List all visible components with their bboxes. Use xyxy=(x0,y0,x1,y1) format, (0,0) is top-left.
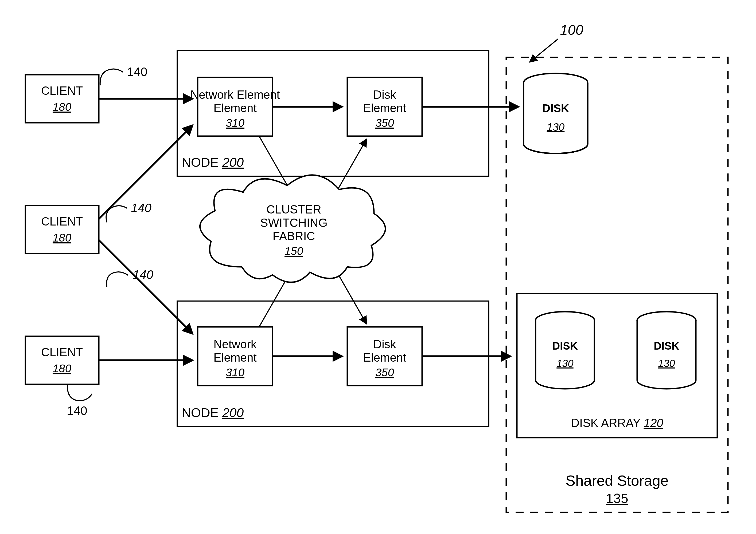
disk-1-label: DISK xyxy=(542,102,569,114)
node-2-network-element: Network Element 310 xyxy=(198,327,273,386)
client-1-ref: 180 xyxy=(53,101,71,113)
conn-ref-4: 140 xyxy=(67,404,87,418)
disk-2-ref: 130 xyxy=(556,358,573,369)
figure-ref: 100 xyxy=(530,22,583,62)
conn-ref-3: 140 xyxy=(133,268,153,282)
client-3: CLIENT 180 xyxy=(25,336,99,384)
fabric-line3: FABRIC xyxy=(273,230,315,242)
svg-text:Element: Element xyxy=(213,101,256,114)
shared-storage-ref: 135 xyxy=(606,491,628,506)
node-1-network-element: Network Element Element 310 xyxy=(190,77,280,136)
svg-rect-13 xyxy=(25,75,99,123)
svg-text:Network: Network xyxy=(213,338,257,351)
svg-text:Element: Element xyxy=(363,101,406,114)
cluster-fabric: CLUSTER SWITCHING FABRIC 150 xyxy=(200,175,385,282)
conn-curve-3 xyxy=(107,272,128,287)
disk-3-label: DISK xyxy=(654,340,679,352)
node-2-ne-ref: 310 xyxy=(226,366,245,379)
node-1-ne-label-1: Network Element xyxy=(190,88,280,101)
conn-curve-1 xyxy=(100,69,123,86)
node-1-de-ref: 350 xyxy=(375,116,394,129)
svg-text:Disk: Disk xyxy=(373,88,396,101)
disk-1-ref: 130 xyxy=(547,121,565,133)
svg-text:Element: Element xyxy=(213,351,256,364)
conn-curve-4 xyxy=(67,384,92,400)
client-3-label: CLIENT xyxy=(41,345,83,359)
conn-ref-1: 140 xyxy=(127,65,148,79)
client-2-label: CLIENT xyxy=(41,215,83,228)
client-2-ref: 180 xyxy=(53,231,71,244)
disk-array-label: DISK ARRAY 120 xyxy=(571,416,663,429)
architecture-diagram: 100 Shared Storage 135 NODE 200 Network … xyxy=(0,0,756,534)
disk-1: DISK 130 xyxy=(524,73,588,153)
disk-3-ref: 130 xyxy=(658,358,675,369)
svg-text:Disk: Disk xyxy=(373,338,396,351)
disk-3: DISK 130 xyxy=(637,312,696,389)
client-2: CLIENT 180 xyxy=(25,206,99,254)
disk-2: DISK 130 xyxy=(536,312,594,389)
arrow-client2-ne2 xyxy=(99,240,192,334)
node-2-label: NODE 200 xyxy=(182,406,244,420)
conn-ref-2: 140 xyxy=(131,201,151,215)
client-1: CLIENT 180 xyxy=(25,75,99,123)
fabric-line2: SWITCHING xyxy=(260,216,328,229)
node-2-de-ref: 350 xyxy=(375,366,394,379)
svg-text:Element: Element xyxy=(363,351,406,364)
node-1-ne-ref: 310 xyxy=(226,116,245,129)
node-1-label: NODE 200 xyxy=(182,155,244,169)
client-3-ref: 180 xyxy=(53,362,71,375)
svg-rect-15 xyxy=(25,336,99,384)
fabric-ref: 150 xyxy=(284,245,304,257)
disk-2-label: DISK xyxy=(552,340,578,352)
node-1-disk-element: Disk Element 350 xyxy=(347,77,422,136)
shared-storage-label: Shared Storage xyxy=(566,472,668,489)
node-2-disk-element: Disk Element 350 xyxy=(347,327,422,386)
client-1-label: CLIENT xyxy=(41,84,83,97)
svg-rect-14 xyxy=(25,206,99,254)
figure-ref-number: 100 xyxy=(560,22,583,38)
fabric-line1: CLUSTER xyxy=(266,203,321,216)
